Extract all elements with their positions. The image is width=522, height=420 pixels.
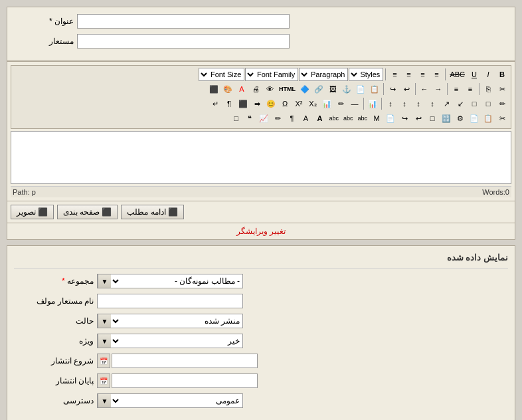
para2-button[interactable]: ¶ <box>285 112 298 125</box>
styles-select[interactable]: Styles <box>349 68 383 81</box>
image-button[interactable]: 🖼 <box>326 82 339 96</box>
end-publish-input[interactable] <box>112 373 258 388</box>
redo-button[interactable]: ↪ <box>386 82 399 96</box>
italic-button[interactable]: I <box>481 68 495 81</box>
undo-button[interactable]: ↩ <box>400 82 413 96</box>
align-center-button[interactable]: ≡ <box>416 68 429 81</box>
doc2-button[interactable]: 📄 <box>384 112 397 125</box>
majmue-select-wrapper[interactable]: - مطالب نمونه‌گان - ▼ <box>97 274 243 288</box>
status-dropdown-btn[interactable]: ▼ <box>98 314 111 328</box>
outdent-button[interactable]: ← <box>418 82 431 96</box>
gear-button[interactable]: ⚙ <box>454 112 467 125</box>
scissors-button[interactable]: ✂ <box>495 112 509 125</box>
subscript-button[interactable]: X₂ <box>306 97 319 110</box>
list-ul-button[interactable]: ≡ <box>464 82 477 96</box>
majmue-dropdown-btn[interactable]: ▼ <box>98 274 111 288</box>
table-edit-button[interactable]: □ <box>481 97 495 110</box>
fontsize-select[interactable]: Font Size <box>199 68 244 81</box>
preview-button[interactable]: 👁 <box>263 82 276 96</box>
paragraph-select[interactable]: Paragraph <box>299 68 348 81</box>
align-right-button[interactable]: ≡ <box>402 68 415 81</box>
copy-button[interactable]: ⎘ <box>481 82 495 96</box>
end-publish-calendar-btn[interactable]: 📅 <box>97 373 110 388</box>
quote-button[interactable]: ❝ <box>243 112 256 125</box>
block-button[interactable]: ⬛ <box>236 97 250 110</box>
table-button[interactable]: 📊 <box>366 97 379 110</box>
strikethrough-button[interactable]: ABC <box>448 68 467 81</box>
indent-button[interactable]: → <box>432 82 445 96</box>
editor-content[interactable] <box>11 131 511 184</box>
emotion-button[interactable]: ⬛ <box>207 82 220 96</box>
chart-button[interactable]: 📊 <box>320 97 333 110</box>
arrow-button[interactable]: ➡ <box>250 97 264 110</box>
text2-button[interactable]: abc <box>341 112 355 125</box>
status-select-wrapper[interactable]: منشر شده پیش‌نویس ▼ <box>97 314 243 328</box>
html-button[interactable]: HTML <box>277 82 298 96</box>
link-button[interactable]: 🔗 <box>312 82 325 96</box>
doc-button[interactable]: 📄 <box>468 112 481 125</box>
more-button[interactable]: ⬛ ادامه مطلب <box>121 205 183 219</box>
superscript-button[interactable]: X² <box>292 97 305 110</box>
paste-text-button[interactable]: 📄 <box>354 82 367 96</box>
anchor-button[interactable]: ⚓ <box>340 82 353 96</box>
start-publish-input[interactable] <box>112 354 258 368</box>
status-select[interactable]: منشر شده پیش‌نویس <box>111 314 242 328</box>
ltr-button[interactable]: ↕ <box>398 97 411 110</box>
align-left-button[interactable]: ≡ <box>430 68 443 81</box>
clipboard-button[interactable]: 📋 <box>368 82 381 96</box>
media2-button[interactable]: M <box>370 112 383 125</box>
omega-button[interactable]: Ω <box>278 97 292 110</box>
pencil-button[interactable]: ✏ <box>271 112 284 125</box>
hr-button[interactable]: — <box>348 97 361 110</box>
print-button[interactable]: 🖨 <box>249 82 262 96</box>
para-button[interactable]: ¶ <box>222 97 236 110</box>
access-dropdown-btn[interactable]: ▼ <box>98 394 111 407</box>
media-button[interactable]: 🔷 <box>298 82 311 96</box>
ltr-icon: ↕ <box>402 100 406 108</box>
align-justify-button[interactable]: ≡ <box>388 68 401 81</box>
rtl-button[interactable]: ↕ <box>384 97 397 110</box>
fontfamily-select[interactable]: Font Family <box>245 68 298 81</box>
draw-button[interactable]: ✏ <box>334 97 347 110</box>
format-button[interactable]: ↕ <box>412 97 425 110</box>
spellcheck-button[interactable]: ✏ <box>495 97 509 110</box>
fontcolor-button[interactable]: A <box>235 82 248 96</box>
title-input[interactable] <box>77 14 290 29</box>
featured-select-wrapper[interactable]: خیر بله ▼ <box>97 334 243 348</box>
featured-dropdown-btn[interactable]: ▼ <box>98 334 111 348</box>
underline-button[interactable]: U <box>468 68 481 81</box>
box-button[interactable]: □ <box>229 112 242 125</box>
start-publish-calendar-btn[interactable]: 📅 <box>97 354 110 368</box>
access-select-wrapper[interactable]: عمومی خصوصی ▼ <box>97 393 243 408</box>
text3-button[interactable]: abc <box>327 112 341 125</box>
majmue-select[interactable]: - مطالب نمونه‌گان - <box>111 274 242 288</box>
featured-select[interactable]: خیر بله <box>111 334 242 348</box>
redo2-button[interactable]: ↪ <box>398 112 411 125</box>
change-editor-link[interactable]: تغییر ویرایشگر <box>236 227 286 236</box>
alias-input[interactable] <box>77 34 290 49</box>
author-alias-input[interactable] <box>97 294 243 308</box>
linebreak-button[interactable]: ↵ <box>209 97 222 110</box>
search-button[interactable]: 🔡 <box>440 112 453 125</box>
blockquote-button[interactable]: ↕ <box>426 97 439 110</box>
copy2-button[interactable]: 📋 <box>481 112 495 125</box>
access-select[interactable]: عمومی خصوصی <box>111 394 242 407</box>
image-insert-button[interactable]: ⬛ تصویر <box>11 205 54 219</box>
increase-indent-button[interactable]: ↗ <box>440 97 453 110</box>
fontA1-button[interactable]: A <box>313 112 326 125</box>
decrease-indent-icon: ↙ <box>458 100 464 108</box>
cell-button[interactable]: □ <box>468 97 481 110</box>
highlight-button[interactable]: 🎨 <box>221 82 234 96</box>
square-button[interactable]: □ <box>426 112 439 125</box>
decrease-indent-button[interactable]: ↙ <box>454 97 467 110</box>
smiley-button[interactable]: 😊 <box>264 97 278 110</box>
chart2-button[interactable]: 📈 <box>257 112 270 125</box>
bold-button[interactable]: B <box>495 68 509 81</box>
cut-button[interactable]: ✂ <box>495 82 509 96</box>
copy2-icon: 📋 <box>483 114 493 123</box>
text1-button[interactable]: abc <box>355 112 369 125</box>
undo2-button[interactable]: ↩ <box>412 112 425 125</box>
pagination-button[interactable]: ⬛ صفحه بندی <box>57 205 118 219</box>
list-ol-button[interactable]: ≡ <box>450 82 463 96</box>
fontA2-button[interactable]: A <box>299 112 312 125</box>
